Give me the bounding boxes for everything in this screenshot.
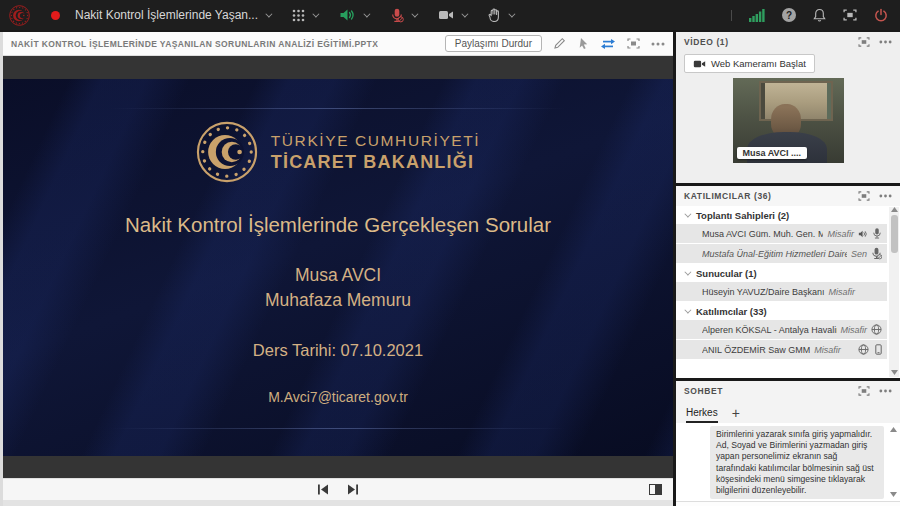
org-name-line1: TÜRKİYE CUMHURİYETİ	[271, 132, 481, 150]
web-connection-icon	[871, 324, 882, 335]
pod-fullscreen-icon[interactable]	[627, 38, 640, 49]
speaking-icon	[858, 229, 868, 239]
video-pod-fullscreen-icon[interactable]	[858, 37, 870, 47]
participants-pod-fullscreen-icon[interactable]	[858, 191, 870, 201]
video-stage: Musa AVCI ....	[676, 73, 900, 183]
help-icon[interactable]: ?	[782, 8, 796, 22]
speaker-chevron-icon	[363, 10, 370, 17]
draw-pencil-icon[interactable]	[553, 37, 566, 50]
shared-document-title: NAKİT KONTROL İŞLEMLERİNDE YAŞANILAN SOR…	[11, 39, 378, 49]
presenter-name: Musa AVCI	[3, 263, 673, 288]
slide-title: Nakit Kontrol İşlemlerinde Gerçekleşen S…	[3, 213, 673, 237]
chat-pod-title: SOHBET	[684, 386, 723, 396]
ministry-logo-red-icon	[9, 5, 30, 26]
chat-tabs: Herkes +	[676, 401, 900, 423]
side-pods-column: VİDEO (1)	[676, 32, 900, 506]
chat-pod: SOHBET Herkes +	[676, 381, 900, 506]
scrollbar-thumb[interactable]	[891, 215, 898, 253]
participant-row[interactable]: Mustafa Ünal-Eğitim Hizmetleri Dairesi S…	[676, 244, 887, 263]
chat-pod-header: SOHBET	[676, 381, 900, 401]
meeting-title: Nakit Kontrol İşlemlerinde Yaşan...	[75, 8, 258, 22]
start-webcam-label: Web Kameramı Başlat	[711, 58, 806, 69]
chat-pod-fullscreen-icon[interactable]	[858, 386, 870, 396]
participant-video[interactable]: Musa AVCI ....	[733, 78, 844, 163]
slide-decor-line-bottom	[110, 428, 566, 429]
chat-input-row: !	[676, 501, 900, 506]
scroll-down-icon[interactable]	[891, 370, 898, 375]
speaker-button[interactable]	[339, 8, 368, 22]
slide-decor-line-top	[110, 108, 566, 109]
mic-muted-icon	[390, 8, 404, 23]
exit-power-icon[interactable]	[874, 8, 888, 22]
speaker-icon	[339, 8, 356, 22]
scroll-up-icon[interactable]	[891, 207, 898, 212]
ministry-emblem-icon	[196, 121, 258, 183]
chat-message: Birimlerini yazarak sınıfa giriş yapmalı…	[710, 426, 884, 499]
participant-row[interactable]: Hüseyin YAVUZ/Daire Başkanı Misafir	[676, 282, 887, 301]
notifications-bell-icon[interactable]	[813, 8, 826, 22]
video-pod-menu-icon[interactable]	[879, 40, 892, 44]
video-pod-header: VİDEO (1)	[676, 32, 900, 52]
participants-pod-menu-icon[interactable]	[879, 194, 892, 198]
bottom-strip	[3, 500, 673, 506]
participants-pod-title: KATILIMCILAR (36)	[684, 191, 771, 201]
start-webcam-button[interactable]: Web Kameramı Başlat	[684, 54, 815, 73]
mic-muted-icon[interactable]	[871, 247, 882, 260]
presentation-stage: TÜRKİYE CUMHURİYETİ TİCARET BAKANLIĞI Na…	[3, 56, 673, 478]
chat-tab-everyone[interactable]: Herkes	[686, 407, 718, 423]
webcam-chevron-icon	[461, 10, 468, 17]
section-presenters[interactable]: Sunucular (1)	[676, 264, 887, 282]
pods-menu-chevron-icon	[312, 10, 319, 17]
chat-messages-area[interactable]: Birimlerini yazarak sınıfa giriş yapmalı…	[676, 423, 900, 501]
next-slide-button[interactable]	[347, 484, 359, 495]
recording-indicator-icon	[51, 11, 60, 20]
mic-chevron-icon	[411, 10, 418, 17]
grid-icon	[292, 9, 305, 22]
presentation-slide: TÜRKİYE CUMHURİYETİ TİCARET BAKANLIĞI Na…	[3, 79, 673, 456]
participant-row[interactable]: Musa AVCI Güm. Muh. Gen. Müd Misafir	[676, 224, 887, 243]
previous-slide-button[interactable]	[317, 484, 329, 495]
sync-icon[interactable]	[600, 38, 616, 50]
raise-hand-button[interactable]	[488, 8, 513, 22]
slide-date-line: Ders Tarihi: 07.10.2021	[3, 341, 673, 360]
participants-scrollbar[interactable]	[889, 207, 899, 377]
chat-scroll-up-icon[interactable]	[890, 427, 897, 432]
share-pod-header: NAKİT KONTROL İŞLEMLERİNDE YAŞANILAN SOR…	[3, 32, 673, 56]
section-hosts[interactable]: Toplantı Sahipleri (2)	[676, 206, 887, 224]
topbar-right-icons: ?	[731, 8, 888, 22]
collapse-chevron-icon	[684, 268, 691, 275]
ministry-logo-block: TÜRKİYE CUMHURİYETİ TİCARET BAKANLIĞI	[3, 121, 673, 183]
participant-row[interactable]: ANIL ÖZDEMİR Saw GMM Misafir	[676, 340, 887, 359]
chat-scroll-down-icon[interactable]	[890, 492, 897, 497]
webcam-button[interactable]	[438, 9, 466, 21]
fullscreen-icon[interactable]	[843, 9, 857, 21]
collapse-chevron-icon	[684, 306, 691, 313]
section-participants[interactable]: Katılımcılar (33)	[676, 302, 887, 320]
mic-on-icon[interactable]	[872, 227, 882, 240]
top-menu-bar: Nakit Kontrol İşlemlerinde Yaşan...	[0, 0, 900, 30]
chat-pod-menu-icon[interactable]	[879, 389, 892, 393]
video-pod: VİDEO (1)	[676, 32, 900, 183]
slide-email: M.Avci7@ticaret.gov.tr	[3, 389, 673, 405]
stop-sharing-button[interactable]: Paylaşımı Durdur	[445, 35, 542, 52]
meeting-menu-chevron-icon[interactable]	[265, 10, 272, 17]
camera-icon	[693, 59, 706, 69]
sidebar-toggle-icon[interactable]	[649, 484, 662, 495]
connection-signal-icon[interactable]	[749, 9, 765, 22]
microphone-muted-button[interactable]	[390, 8, 416, 23]
workspace: NAKİT KONTROL İŞLEMLERİNDE YAŞANILAN SOR…	[0, 30, 900, 506]
divider	[731, 10, 732, 21]
pod-menu-icon[interactable]	[651, 42, 665, 46]
video-pod-title: VİDEO (1)	[684, 37, 729, 47]
video-name-label: Musa AVCI ....	[737, 147, 808, 159]
presenter-role: Muhafaza Memuru	[3, 288, 673, 313]
share-pod-column: NAKİT KONTROL İŞLEMLERİNDE YAŞANILAN SOR…	[0, 32, 673, 506]
app-window: Nakit Kontrol İşlemlerinde Yaşan...	[0, 0, 900, 506]
camera-icon	[438, 9, 454, 21]
add-chat-tab-button[interactable]: +	[732, 405, 740, 423]
participant-row[interactable]: Alperen KÖKSAL - Antalya Havalimanı KİBA…	[676, 320, 887, 339]
share-pod: NAKİT KONTROL İŞLEMLERİNDE YAŞANILAN SOR…	[3, 32, 673, 500]
pointer-icon[interactable]	[577, 37, 589, 50]
collapse-chevron-icon	[684, 210, 691, 217]
pods-menu-button[interactable]	[292, 9, 317, 22]
